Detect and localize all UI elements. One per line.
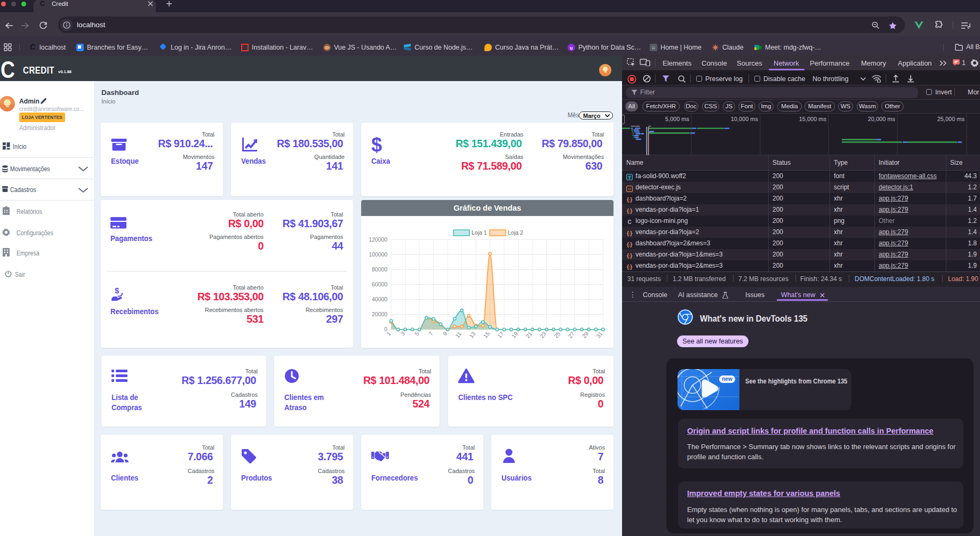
svg-text:Loja 1: Loja 1 bbox=[472, 229, 487, 236]
svg-text:1: 1 bbox=[385, 330, 392, 337]
svg-text:120000: 120000 bbox=[369, 236, 387, 243]
svg-text:31: 31 bbox=[595, 330, 604, 339]
svg-text:$: $ bbox=[371, 137, 382, 155]
svg-text:25: 25 bbox=[553, 330, 562, 339]
svg-text:21: 21 bbox=[524, 330, 533, 339]
svg-text:27: 27 bbox=[567, 330, 576, 339]
svg-text:40000: 40000 bbox=[372, 296, 387, 302]
svg-text:29: 29 bbox=[581, 330, 590, 339]
svg-text:80000: 80000 bbox=[372, 266, 387, 273]
svg-text:19: 19 bbox=[510, 330, 519, 339]
svg-text:7: 7 bbox=[427, 330, 434, 337]
svg-text:10,000 ms: 10,000 ms bbox=[731, 116, 759, 122]
svg-text:17: 17 bbox=[496, 330, 505, 339]
svg-text:60000: 60000 bbox=[372, 281, 387, 287]
svg-text:15,000 ms: 15,000 ms bbox=[799, 116, 827, 122]
svg-text:20,000 ms: 20,000 ms bbox=[868, 116, 896, 122]
svg-text:Loja 2: Loja 2 bbox=[508, 229, 523, 236]
svg-text:23: 23 bbox=[538, 330, 547, 339]
svg-text:11: 11 bbox=[454, 330, 463, 339]
svg-text:25,000 ms: 25,000 ms bbox=[937, 116, 965, 122]
svg-text:5,000 ms: 5,000 ms bbox=[665, 116, 690, 122]
svg-text:20000: 20000 bbox=[372, 311, 387, 317]
svg-text:13: 13 bbox=[468, 330, 477, 339]
svg-text:$: $ bbox=[115, 287, 119, 295]
svg-text:100000: 100000 bbox=[369, 251, 387, 258]
svg-text:15: 15 bbox=[482, 330, 491, 339]
